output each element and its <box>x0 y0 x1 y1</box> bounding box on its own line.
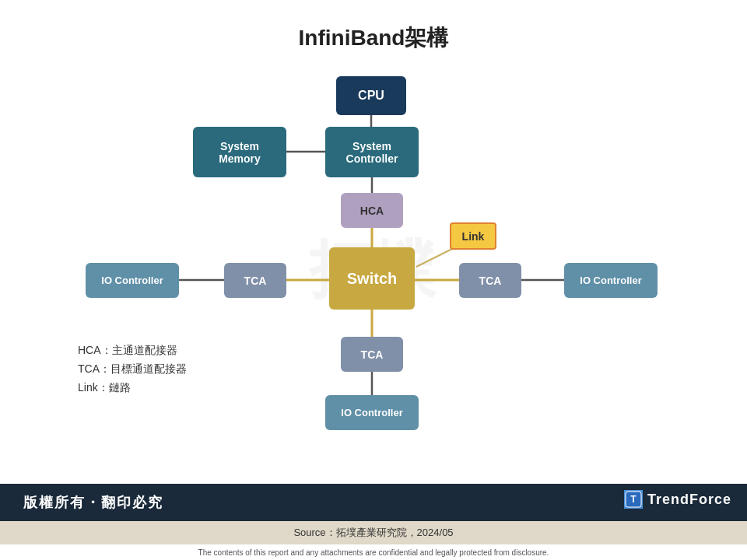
legend-tca: TCA：目標通道配接器 <box>78 359 187 378</box>
system-memory-box: SystemMemory <box>193 127 286 177</box>
main-container: InfiniBand架構 拓墣 <box>0 0 747 529</box>
svg-text:T: T <box>630 494 637 505</box>
legend: HCA：主通道配接器 TCA：目標通道配接器 Link：鏈路 <box>78 341 187 397</box>
logo-svg: T <box>625 491 642 508</box>
switch-box: Switch <box>329 247 415 310</box>
source-text: Source：拓墣產業研究院，2024/05 <box>293 526 453 540</box>
io-bottom-box: IO Controller <box>325 395 419 430</box>
cpu-box: CPU <box>336 76 406 115</box>
io-left-box: IO Controller <box>86 263 179 298</box>
source-bar: Source：拓墣產業研究院，2024/05 <box>0 521 747 544</box>
link-box: Link <box>450 222 496 250</box>
legend-link: Link：鏈路 <box>78 378 187 397</box>
legend-hca: HCA：主通道配接器 <box>78 341 187 359</box>
system-controller-box: SystemController <box>325 127 419 177</box>
diagram-area: 拓墣 CPU <box>0 68 747 473</box>
footer-wrapper: 版權所有・翻印必究 T TrendForce Source：拓墣產業研究院，20… <box>0 484 747 560</box>
trendforce-logo: T TrendForce <box>624 490 731 509</box>
tca-left-box: TCA <box>224 263 286 298</box>
page-title: InfiniBand架構 <box>0 0 747 68</box>
tca-right-box: TCA <box>459 263 521 298</box>
logo-icon: T <box>624 490 643 509</box>
copyright-text: 版權所有・翻印必究 <box>23 493 163 512</box>
tca-bottom-box: TCA <box>341 337 403 372</box>
disclaimer-bar: The contents of this report and any atta… <box>0 544 747 560</box>
io-right-box: IO Controller <box>564 263 658 298</box>
footer-black-row: 版權所有・翻印必究 T TrendForce <box>0 484 747 521</box>
hca-box: HCA <box>341 193 403 228</box>
brand-name: TrendForce <box>647 492 731 508</box>
